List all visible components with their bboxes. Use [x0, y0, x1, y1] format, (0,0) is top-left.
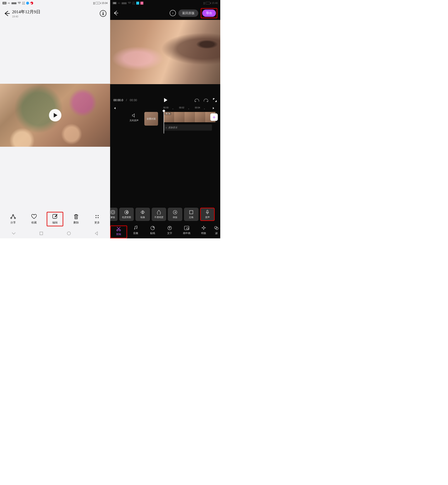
nav-audio[interactable]: 音频: [127, 226, 144, 238]
mirror-label: 镜像: [140, 216, 145, 219]
timeline[interactable]: 关闭原声 设置封面 30.3s + ♫ 添加音乐: [110, 111, 220, 140]
nav-text[interactable]: 文字: [161, 226, 178, 238]
music-icon: [133, 226, 138, 230]
title-block: 2014年12月9日 19:40: [12, 9, 100, 18]
revert-button[interactable]: 返回原版: [178, 9, 198, 17]
add-clip-button[interactable]: +: [210, 113, 218, 121]
nav-recent-button[interactable]: [39, 231, 43, 235]
chroma-label: 色度抠图: [122, 216, 131, 219]
fullscreen-button[interactable]: [213, 98, 217, 102]
redo-button[interactable]: [204, 99, 208, 102]
video-thumbnail[interactable]: [0, 84, 110, 147]
pip-icon: [184, 226, 189, 230]
favorite-button[interactable]: 收藏: [26, 214, 42, 225]
add-music-button[interactable]: ♫ 添加音乐: [164, 124, 212, 131]
svg-point-6: [96, 215, 96, 216]
time-current: 00:00.0: [113, 98, 123, 102]
svg-rect-1: [103, 13, 104, 15]
nav-back-button[interactable]: [94, 231, 98, 235]
battery-icon: [206, 2, 210, 4]
share-button[interactable]: 分享: [5, 214, 21, 225]
export-button[interactable]: 导出: [202, 9, 216, 17]
play-button[interactable]: [164, 98, 167, 102]
status-bar: HD 4G ▮▮▮▮ 4.5 K/s }▯{ 5 15:04: [0, 0, 110, 6]
time-sep: /: [126, 98, 127, 102]
playback-controls: 00:00.0 / 00:30: [110, 94, 220, 106]
edit-button[interactable]: 编辑: [47, 212, 63, 226]
mask-icon: [111, 210, 115, 215]
nav-cut[interactable]: 剪辑: [110, 226, 127, 238]
mirror-icon: [140, 210, 145, 215]
opacity-tool[interactable]: 不透明度: [152, 208, 166, 221]
nav-fx[interactable]: 特效: [195, 226, 212, 238]
voice-label: 变声: [205, 216, 210, 219]
time-ruler[interactable]: 00:00 00:02 00:04: [110, 106, 220, 111]
undo-button[interactable]: [195, 99, 199, 102]
nav-cut-label: 剪辑: [116, 233, 121, 236]
system-nav-bar: [0, 228, 110, 238]
reverse-label: 倒放: [173, 216, 177, 219]
ruler-t2: 00:04: [195, 107, 200, 109]
trash-icon: [73, 214, 79, 219]
4g-icon: 4G: [8, 2, 10, 4]
play-button[interactable]: [49, 109, 61, 121]
sticker-icon: [150, 226, 155, 230]
chroma-tool[interactable]: 色度抠图: [119, 208, 134, 221]
info-button[interactable]: i: [170, 10, 176, 16]
editor-bottom-nav: 剪辑 音频 贴纸 文字 画中画: [110, 224, 220, 238]
nav-hide-button[interactable]: [12, 231, 16, 235]
reverse-icon: [173, 210, 177, 215]
svg-point-9: [98, 217, 98, 218]
svg-point-21: [119, 230, 121, 231]
vibrate-icon: }▯{: [93, 2, 94, 5]
set-cover-button[interactable]: 设置封面: [144, 112, 158, 125]
status-bar: HD 4G ▮▮▮▮ 10 K/s }▯{ 15:46: [110, 0, 220, 6]
clip-tool-strip: 蒙版 色度抠图 镜像 不透明度 倒放: [110, 208, 220, 224]
back-button[interactable]: [113, 10, 120, 16]
title-date: 2014年12月9日: [12, 9, 100, 15]
preview-canvas[interactable]: [110, 20, 220, 84]
nav-text-label: 文字: [167, 232, 172, 235]
svg-point-7: [98, 215, 98, 216]
vibrate-icon: }▯{: [203, 2, 205, 5]
app-indicator-2-icon: [30, 2, 33, 5]
mask-label: 蒙版: [111, 216, 115, 219]
svg-point-20: [117, 230, 118, 231]
skip-end-button[interactable]: [212, 107, 217, 110]
playhead[interactable]: [164, 111, 164, 133]
time-duration: 00:30: [130, 98, 137, 102]
back-button[interactable]: [4, 10, 12, 16]
video-preview-area: [0, 21, 110, 210]
app-indicator-1-icon: [26, 2, 29, 5]
freeze-tool[interactable]: 定格: [184, 208, 199, 221]
opacity-label: 不透明度: [154, 216, 163, 219]
app-indicator-2-icon: [140, 2, 143, 5]
hd-badge: HD: [2, 2, 7, 4]
clock: 15:04: [101, 2, 108, 5]
svg-point-15: [126, 212, 127, 213]
scissors-icon: [116, 227, 121, 232]
voice-change-tool[interactable]: 变声: [200, 208, 215, 221]
ruler-t0: 00:00: [163, 107, 169, 109]
nav-home-button[interactable]: [67, 231, 71, 235]
svg-rect-19: [207, 210, 208, 213]
nav-sticker[interactable]: 贴纸: [144, 226, 161, 238]
battery-icon: 5: [96, 2, 100, 4]
mirror-tool[interactable]: 镜像: [136, 208, 150, 221]
nav-pip[interactable]: 画中画: [178, 226, 195, 238]
mute-original-button[interactable]: 关闭原声: [127, 113, 141, 122]
highlight-export: 导出: [201, 8, 217, 18]
favorite-label: 收藏: [31, 221, 37, 225]
nav-fx-label: 特效: [201, 232, 206, 235]
net-speed: 4.5 K/s: [22, 1, 25, 5]
nav-filter[interactable]: 滤: [212, 226, 220, 238]
delete-button[interactable]: 删除: [68, 214, 84, 225]
svg-rect-18: [190, 211, 193, 214]
info-button[interactable]: [100, 10, 106, 17]
mask-tool[interactable]: 蒙版: [110, 208, 118, 221]
more-label: 更多: [94, 221, 100, 225]
reverse-tool[interactable]: 倒放: [168, 208, 182, 221]
skip-start-button[interactable]: [113, 107, 118, 110]
music-note-icon: ♫: [165, 126, 167, 129]
more-button[interactable]: 更多: [89, 214, 105, 225]
